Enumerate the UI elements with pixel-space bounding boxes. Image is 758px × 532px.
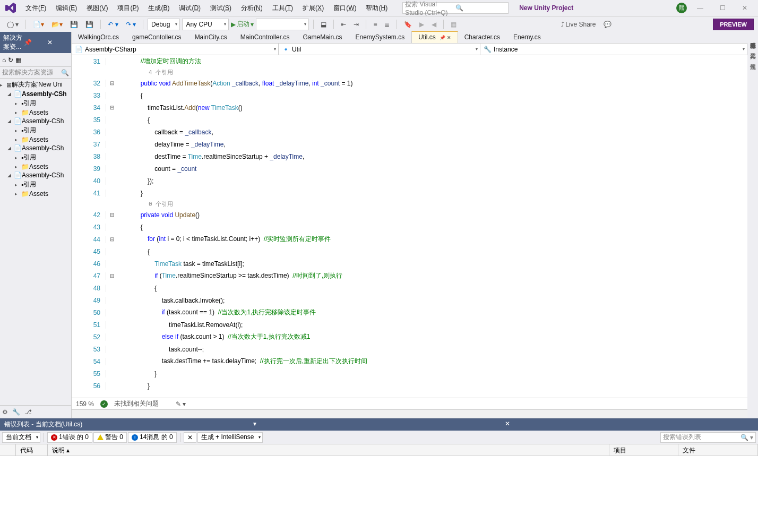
file-tab-Util-cs[interactable]: Util.cs 📌 ✕ [411,31,458,43]
file-tab-Enemy-cs[interactable]: Enemy.cs [507,32,548,43]
nav-back-button[interactable]: ◯ ▾ [4,19,21,30]
bookmark-btn[interactable]: 🔖 [401,19,415,30]
open-button[interactable]: 📂▾ [49,19,65,30]
file-tab-gameContoller-cs[interactable]: gameContoller.cs [126,32,188,43]
horizontal-scrollbar[interactable] [72,409,747,418]
menu-h[interactable]: 帮助(H) [361,2,392,15]
tree-project-2[interactable]: ◢📄 Assembly-CSh [0,144,71,152]
menu-x[interactable]: 扩展(X) [298,2,328,15]
platform-combo[interactable]: Any CPU [182,19,229,30]
col-file[interactable]: 文件 [678,444,758,456]
tree-project-0[interactable]: ◢📄 Assembly-CSh [0,90,71,98]
start-button[interactable]: ▶ 启动 ▾ [231,20,254,29]
build-combo[interactable]: 生成 + IntelliSense [197,432,263,443]
save-button[interactable]: 💾 [67,19,81,30]
settings-icon[interactable]: ⚙ [2,408,8,416]
tree-assets-2[interactable]: ▸📁 Assets [0,162,71,171]
maximize-button[interactable]: ☐ [713,2,731,14]
menu-v[interactable]: 视图(V) [82,2,112,15]
tree-refs-0[interactable]: ▸▪ 引用 [0,98,71,108]
col-icon[interactable] [0,444,16,456]
show-all-icon[interactable]: ▦ [15,56,21,64]
main-area: 解决方案资...📌✕ ⌂ ↻ ▦ 搜索解决方案资源🔍 ▸⊞ 解决方案'New U… [0,32,758,418]
ref-indicator[interactable]: 0 个引用 [72,199,747,209]
misc-btn[interactable]: ▦ [448,19,459,30]
col-project[interactable]: 项目 [609,444,678,456]
code-line-55: 55 } [72,367,747,380]
tree-refs-2[interactable]: ▸▪ 引用 [0,152,71,162]
warnings-filter[interactable]: 警告 0 [93,432,127,443]
file-tab-MainCity-cs[interactable]: MainCity.cs [188,32,234,43]
menu-f[interactable]: 文件(F) [21,2,50,15]
messages-filter[interactable]: i14消息 的 0 [128,432,177,443]
scope-combo[interactable]: 当前文档 [2,432,40,443]
right-tab[interactable]: 工具箱 [748,45,758,53]
right-tab[interactable]: 属性 [748,55,758,64]
comment-btn[interactable]: ≡ [371,19,380,30]
clear-filter[interactable]: ✕ [184,432,196,443]
menu-d[interactable]: 调试(D) [175,2,205,15]
tool-btn-1[interactable]: ⬓ [318,19,329,30]
errors-filter[interactable]: ✕1错误 的 0 [47,432,92,443]
feedback-button[interactable]: 💬 [601,19,614,30]
file-tab-GameMain-cs[interactable]: GameMain.cs [296,32,349,43]
next-btn[interactable]: ▶ [417,19,427,30]
tree-assets-0[interactable]: ▸📁 Assets [0,108,71,117]
tree-assets-3[interactable]: ▸📁 Assets [0,190,71,198]
nav-member[interactable]: 🔧 Instance [480,44,747,55]
solution-search[interactable]: 搜索解决方案资源🔍 [0,67,71,79]
menu-e[interactable]: 编辑(E) [51,2,81,15]
menu-n[interactable]: 分析(N) [237,2,267,15]
home-icon[interactable]: ⌂ [2,56,6,64]
preview-button[interactable]: PREVIEW [713,19,754,30]
redo-button[interactable]: ↷ ▾ [123,19,139,30]
close-icon[interactable]: ✕ [47,39,68,46]
prev-btn[interactable]: ◀ [429,19,439,30]
code-editor[interactable]: 31 //增加定时回调的方法4 个引用32⊟ public void AddTi… [72,55,747,398]
error-list-body[interactable] [0,456,758,532]
tree-project-1[interactable]: ◢📄 Assembly-CSh [0,117,71,125]
tree-refs-1[interactable]: ▸▪ 引用 [0,125,71,135]
menu-p[interactable]: 项目(P) [113,2,143,15]
tool-icon[interactable]: 🔧 [12,408,20,416]
minimize-button[interactable]: — [691,2,709,14]
git-icon[interactable]: ⎇ [24,408,32,416]
menu-s[interactable]: 测试(S) [206,2,236,15]
pin-icon[interactable]: 📌 [24,39,45,46]
zoom-level[interactable]: 159 % [76,400,94,408]
close-icon[interactable]: ✕ [505,420,754,429]
save-all-button[interactable]: 💾 [83,19,96,30]
tree-project-3[interactable]: ◢📄 Assembly-CSh [0,171,71,179]
col-desc[interactable]: 说明 ▴ [48,444,609,456]
menu-w[interactable]: 窗口(W) [329,2,360,15]
live-share-button[interactable]: ⤴ Live Share [558,19,598,30]
undo-button[interactable]: ↶ ▾ [105,19,120,30]
tree-refs-3[interactable]: ▸▪ 引用 [0,179,71,190]
user-badge[interactable]: 熙 [676,3,687,13]
tree-assets-1[interactable]: ▸📁 Assets [0,135,71,144]
right-tab[interactable]: 服务器资源管理器 [748,34,758,42]
config-combo[interactable]: Debug [148,19,180,30]
nav-class[interactable]: 🔹 Util [279,44,480,55]
nav-project[interactable]: 📄 Assembly-CSharp [72,44,279,55]
solution-root[interactable]: ▸⊞ 解决方案'New Uni [0,80,71,90]
file-tab-MainController-cs[interactable]: MainController.cs [234,32,297,43]
menu-t[interactable]: 工具(T) [268,2,297,15]
file-tab-Character-cs[interactable]: Character.cs [458,32,507,43]
ref-indicator[interactable]: 4 个引用 [72,67,747,77]
uncomment-btn[interactable]: ≣ [382,19,392,30]
indent-btn[interactable]: ⇤ [338,19,349,30]
menu-b[interactable]: 生成(B) [144,2,174,15]
refresh-icon[interactable]: ↻ [8,56,13,64]
pen-icon: ✎ ▾ [176,400,186,408]
col-code[interactable]: 代码 [16,444,48,456]
file-tab-WalkingOrc-cs[interactable]: WalkingOrc.cs [72,32,126,43]
outdent-btn[interactable]: ⇥ [351,19,361,30]
file-tab-EnemySystem-cs[interactable]: EnemySystem.cs [349,32,411,43]
error-search[interactable]: 搜索错误列表🔍 ▾ [660,432,756,443]
dropdown-icon[interactable]: ▾ [253,420,502,429]
search-box[interactable]: 搜索 Visual Studio (Ctrl+Q) 🔍 [402,2,509,14]
new-button[interactable]: 📄▾ [30,19,47,30]
target-combo[interactable] [256,19,309,30]
close-button[interactable]: ✕ [736,2,754,14]
